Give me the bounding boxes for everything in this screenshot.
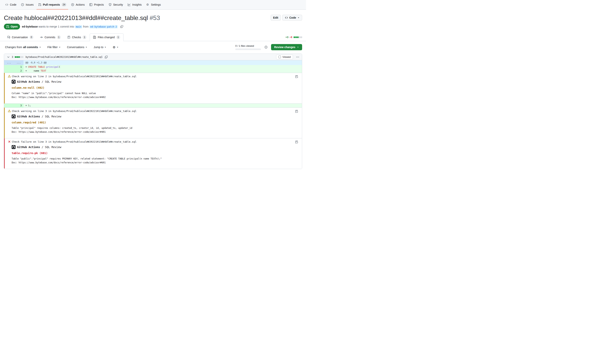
diffstat-square [299, 37, 300, 38]
annotation-source-app[interactable]: GitHub Actions [17, 145, 40, 149]
review-toolbar-right: 0 / 1 files viewed Review changes [235, 44, 302, 50]
conversations-label: Conversations [67, 46, 84, 49]
annotation-source-app[interactable]: GitHub Actions [17, 115, 40, 118]
diffstat-square [22, 56, 23, 58]
annotation-source-app[interactable]: GitHub Actions [17, 80, 40, 83]
edit-button-label: Edit [273, 16, 278, 19]
tab-count: 1 [116, 35, 120, 39]
changes-from-value: all commits [23, 46, 38, 49]
diff-toolbar: Changes fromall commits File filter Conv… [0, 44, 306, 50]
viewed-label: Viewed [282, 55, 291, 58]
nav-item-label: Actions [76, 3, 85, 6]
diff-line-added[interactable]: 1 +CREATE TABLE principal( [4, 65, 302, 69]
pr-tabs: Conversation0 Commits1 Checks1 Files cha… [0, 33, 306, 41]
nav-item-issues[interactable]: Issues [19, 0, 35, 10]
merge-sentence-text: wants to merge 1 commit into [39, 25, 74, 28]
diff-line-code: +); [24, 104, 302, 107]
chevron-down-icon [7, 55, 10, 59]
nav-item-projects[interactable]: Projects [88, 0, 106, 10]
tab-label: Files changed [98, 36, 115, 39]
copy-branch-button[interactable] [120, 25, 124, 28]
nav-item-security[interactable]: Security [107, 0, 125, 10]
tab-commits[interactable]: Commits1 [37, 33, 64, 41]
collapse-file-button[interactable] [6, 55, 10, 59]
review-changes-button[interactable]: Review changes [271, 44, 302, 50]
annotation-checks-button[interactable] [294, 140, 299, 144]
viewed-checkbox[interactable] [279, 56, 281, 58]
diff-line-added[interactable]: 3 +); [4, 104, 302, 107]
viewed-toggle[interactable]: Viewed [276, 54, 293, 59]
check-annotation-warning: Check warning on line 3 in bytebase/Prod… [4, 107, 302, 138]
annotation-checks-button[interactable] [294, 110, 299, 113]
code-icon [5, 3, 8, 6]
head-branch-label[interactable]: ed-bytebase-patch-2 [89, 25, 118, 28]
files-viewed-help-button[interactable] [264, 45, 268, 49]
annotation-title: Check failure on line 3 in bytebase/Prod… [12, 140, 136, 143]
nav-item-label: Issues [26, 3, 33, 6]
merge-sentence: ed-bytebase wants to merge 1 commit into… [22, 25, 118, 28]
gear-icon: ⚙ [146, 3, 149, 6]
annotation-title-row: Check failure on line 3 in bytebase/Prod… [8, 140, 299, 143]
diff-settings-dropdown[interactable]: ⚙ [111, 45, 120, 49]
edit-button[interactable]: Edit [271, 15, 281, 21]
line-number-old [4, 69, 14, 73]
file-diffstat-squares [15, 56, 23, 58]
changes-from-dropdown[interactable]: Changes fromall commits [4, 45, 42, 49]
annotation-source-row: GitHub Actions / SQL Review [12, 80, 299, 84]
github-logo-icon [12, 115, 15, 118]
annotation-doc-link: Doc: https://www.bytebase.com/docs/refer… [12, 130, 299, 134]
conversations-dropdown[interactable]: Conversations [66, 45, 89, 49]
tab-count: 1 [57, 35, 61, 39]
pull-requests-count-badge: 24 [62, 3, 67, 7]
caret-down-icon [85, 46, 87, 48]
annotation-checks-button[interactable] [294, 75, 299, 78]
review-changes-label: Review changes [274, 46, 295, 49]
copy-file-path-button[interactable] [104, 55, 108, 59]
copy-icon [120, 25, 123, 28]
file-options-kebab-button[interactable] [296, 55, 300, 59]
tab-conversation[interactable]: Conversation0 [4, 33, 37, 41]
diff-line-code: + name TEXT [24, 69, 302, 73]
tab-label: Conversation [12, 36, 28, 39]
line-number-new: 3 [14, 104, 24, 107]
diffstat-square [20, 56, 22, 58]
nav-item-code[interactable]: Code [3, 0, 18, 10]
jump-to-dropdown[interactable]: Jump to [93, 45, 107, 49]
diff-line-added[interactable]: 2 + name TEXT [4, 69, 302, 73]
alert-icon [8, 75, 11, 78]
tab-label: Checks [72, 36, 81, 39]
nav-item-label: Pull requests [43, 3, 60, 6]
diffstat-square [301, 37, 302, 38]
file-filter-dropdown[interactable]: File filter [46, 45, 62, 49]
alert-icon [8, 109, 11, 113]
code-text: name TEXT [28, 69, 46, 72]
nav-item-insights[interactable]: Insights [126, 0, 143, 10]
base-branch-label[interactable]: main [75, 25, 82, 28]
diff-sign: + [26, 69, 27, 73]
file-path[interactable]: bytebase/Prod/hublocal##20221013##ddl##c… [26, 56, 103, 58]
pr-author[interactable]: ed-bytebase [22, 25, 38, 28]
github-logo-icon [12, 146, 15, 148]
annotation-title-row: Check warning on line 3 in bytebase/Prod… [8, 109, 299, 113]
annotation-title: Check warning on line 2 in bytebase/Prod… [12, 75, 136, 78]
annotation-source-check: / SQL Review [41, 80, 61, 83]
caret-down-icon [104, 46, 106, 48]
diffstat: +3 −0 [285, 33, 302, 41]
nav-item-actions[interactable]: Actions [69, 0, 86, 10]
tab-files-changed[interactable]: Files changed1 [90, 33, 123, 41]
caret-down-icon [117, 46, 119, 48]
diffstat-square [297, 37, 299, 38]
pr-state-badge: Open [4, 24, 20, 29]
nav-item-settings[interactable]: ⚙Settings [145, 0, 163, 10]
diffstat-squares [293, 37, 302, 38]
annotation-message: Table "principal" requires columns: crea… [12, 126, 299, 130]
code-button-label: Code [289, 16, 296, 19]
hunk-header-row: ... ... @@ -0,0 +1,3 @@ [4, 60, 302, 65]
diffstat-additions: +3 [285, 36, 288, 39]
tab-checks[interactable]: Checks1 [64, 33, 90, 41]
nav-item-pull-requests[interactable]: Pull requests24 [37, 0, 68, 10]
x-icon [8, 140, 11, 143]
hunk-gutter-old[interactable]: ... [4, 60, 14, 65]
code-dropdown-button[interactable]: Code [282, 15, 302, 21]
hunk-gutter-new[interactable]: ... [14, 60, 24, 65]
